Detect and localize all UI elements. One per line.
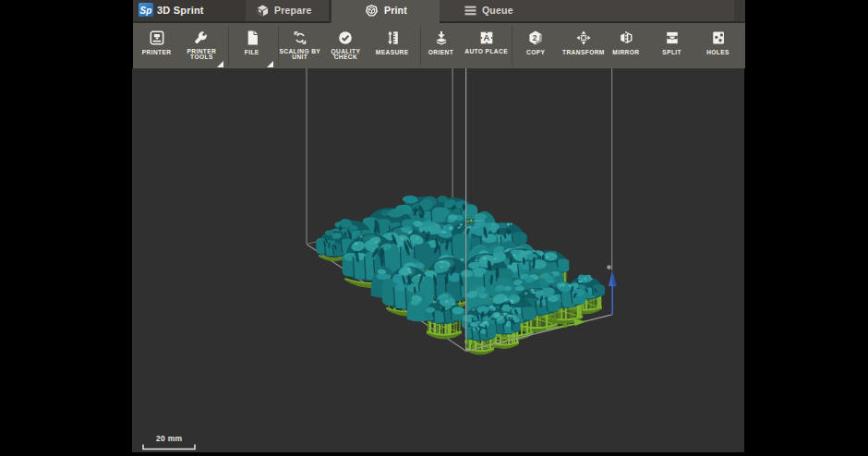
svg-text:20 mm: 20 mm: [156, 434, 183, 443]
svg-text:A: A: [483, 32, 489, 42]
svg-text:2: 2: [533, 33, 537, 42]
svg-text:Sp: Sp: [140, 6, 152, 16]
